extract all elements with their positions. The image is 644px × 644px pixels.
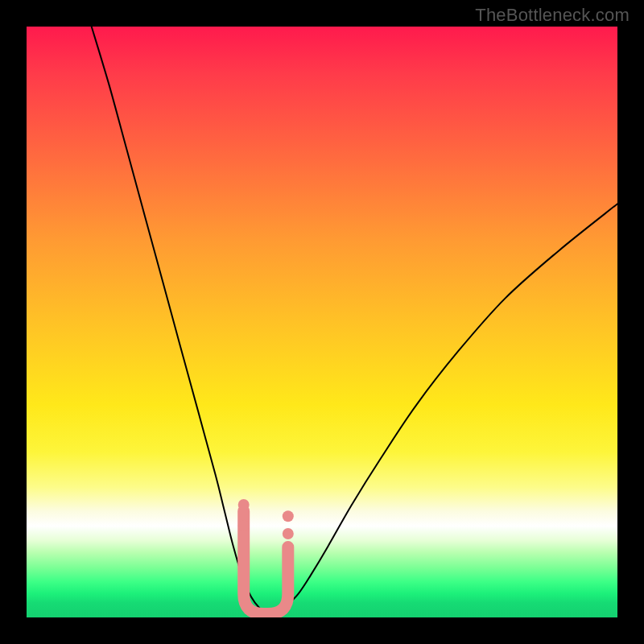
watermark-text: TheBottleneck.com [475,5,630,26]
curve-layer [27,27,617,617]
bottleneck-curve-path [92,27,617,615]
chart-frame: TheBottleneck.com [0,0,644,644]
plot-area [27,27,617,617]
vertex-u-marker [244,511,288,614]
vertex-dot [283,528,294,539]
vertex-dot [238,499,250,510]
vertex-dot [283,510,294,522]
vertex-dot [238,520,250,531]
